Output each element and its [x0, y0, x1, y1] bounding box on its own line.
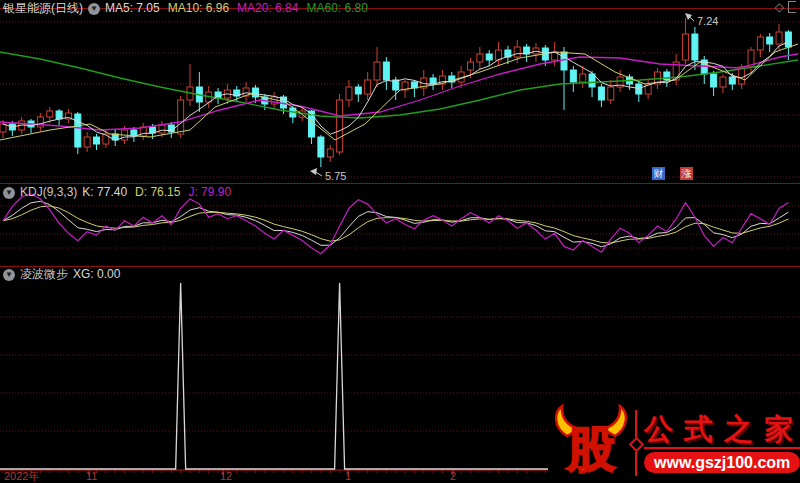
window-icon[interactable]: [788, 1, 796, 13]
candle-body: [608, 87, 614, 100]
xg-title[interactable]: 凌波微步: [20, 268, 68, 281]
candle-body: [514, 47, 520, 57]
ma-value: MA20: 6.84: [237, 1, 298, 15]
svg-text:股: 股: [566, 423, 616, 476]
candle-body: [84, 137, 90, 147]
candle-body: [711, 74, 717, 87]
chevron-down-icon[interactable]: ▼: [3, 187, 15, 199]
xg-value: XG: 0.00: [73, 268, 120, 281]
candle-body: [598, 87, 604, 100]
kdj-j-line: [3, 194, 788, 254]
candle-body: [131, 130, 137, 136]
candle-body: [767, 37, 773, 44]
stock-title[interactable]: 银星能源(日线): [3, 2, 83, 15]
candle-body: [589, 74, 595, 87]
event-badge[interactable]: 涨: [680, 167, 693, 180]
watermark-logo: 股 公式之家 www.gszj100.com: [548, 403, 800, 483]
candle-body: [486, 54, 492, 60]
candle-body: [337, 100, 343, 152]
diamond-icon: [629, 437, 645, 453]
ma-value: MA10: 6.96: [168, 1, 229, 15]
candle-body: [56, 111, 62, 119]
price-annotation: 7.24: [697, 15, 718, 27]
ma-legend: MA5: 7.05MA10: 6.96MA20: 6.84MA60: 6.80: [105, 2, 376, 15]
corner-controls: ◇: [775, 0, 796, 14]
logo-rule: [644, 447, 800, 449]
candle-body: [776, 32, 782, 44]
candle-body: [580, 74, 586, 82]
ma10-line: [0, 44, 798, 140]
candle-body: [318, 137, 324, 157]
x-axis-label: 12: [220, 470, 232, 482]
kdj-legend: K: 77.40D: 76.15J: 79.90: [82, 186, 239, 199]
kdj-value: D: 76.15: [135, 185, 180, 199]
candle-body: [785, 32, 791, 47]
candle-body: [692, 34, 698, 60]
candle-body: [468, 62, 474, 70]
candle-body: [365, 80, 371, 94]
xg-current-value: 0.00: [97, 267, 120, 281]
site-name: 公式之家: [644, 414, 800, 444]
candle-body: [94, 137, 100, 144]
kdj-title[interactable]: KDJ(9,3,3): [20, 186, 77, 199]
chevron-down-icon[interactable]: ▼: [3, 269, 15, 281]
x-axis-label: 2022年: [4, 470, 39, 482]
candle-body: [47, 111, 53, 117]
ma-value: MA60: 6.80: [306, 1, 367, 15]
candle-body: [561, 52, 567, 70]
xg-panel-header: ▼ 凌波微步 XG: 0.00: [3, 268, 120, 281]
candle-body: [570, 70, 576, 82]
candle-body: [0, 124, 6, 132]
xg-value-label: XG:: [73, 267, 94, 281]
candle-body: [159, 125, 165, 133]
candle-body: [683, 34, 689, 60]
candle-body: [636, 84, 642, 94]
ma-value: MA5: 7.05: [105, 1, 160, 15]
x-axis-label: 11: [86, 470, 97, 482]
candle-body: [178, 100, 184, 134]
candle-body: [720, 77, 726, 87]
candle-body: [346, 87, 352, 100]
x-axis-label: 2: [450, 470, 456, 482]
trading-app-window: 2022年1112127.245.75 银星能源(日线) ▼ MA5: 7.05…: [0, 0, 800, 483]
bull-logo-icon: 股: [552, 404, 630, 482]
candle-body: [430, 78, 436, 84]
annotation-arrowhead: [310, 168, 317, 175]
kdj-panel-header: ▼ KDJ(9,3,3) K: 77.40D: 76.15J: 79.90: [3, 186, 239, 199]
candle-body: [75, 114, 81, 147]
kdj-value: K: 77.40: [82, 185, 127, 199]
event-badge[interactable]: 财: [652, 167, 665, 180]
candle-body: [37, 117, 43, 127]
ma20-line: [0, 54, 798, 130]
diamond-icon[interactable]: ◇: [775, 0, 784, 14]
price-annotation: 5.75: [325, 170, 346, 182]
candle-body: [757, 37, 763, 50]
candle-body: [374, 62, 380, 80]
chevron-down-icon[interactable]: ▼: [88, 3, 100, 15]
candle-body: [664, 72, 670, 80]
kdj-value: J: 79.90: [188, 185, 231, 199]
candle-body: [729, 77, 735, 84]
candle-body: [477, 54, 483, 62]
candle-body: [355, 87, 361, 94]
candle-body: [327, 149, 333, 157]
candle-body: [383, 62, 389, 80]
main-panel-header: 银星能源(日线) ▼ MA5: 7.05MA10: 6.96MA20: 6.84…: [3, 2, 376, 15]
x-axis-label: 1: [345, 470, 351, 482]
site-url[interactable]: www.gszj100.com: [644, 452, 800, 473]
logo-divider: [635, 410, 637, 476]
